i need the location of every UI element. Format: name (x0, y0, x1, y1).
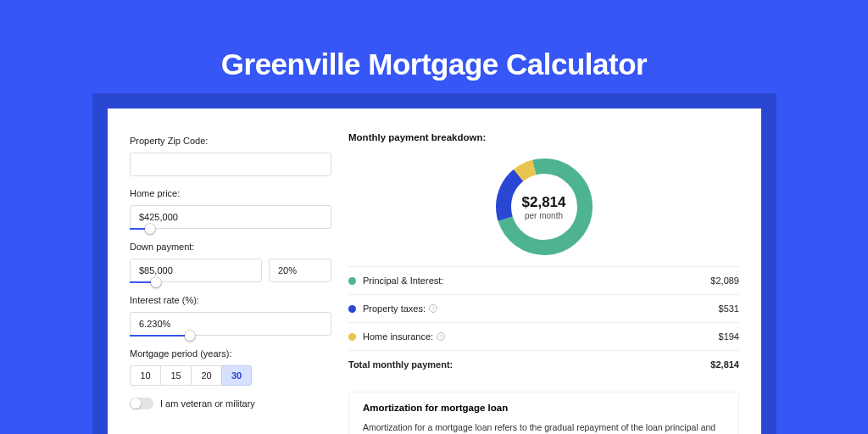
legend: Principal & Interest:$2,089Property taxe… (348, 266, 739, 350)
veteran-label: I am veteran or military (160, 398, 255, 409)
slider-thumb[interactable] (145, 224, 155, 234)
legend-label: Home insurance: (363, 331, 433, 342)
page-title: Greenville Mortgage Calculator (0, 0, 868, 81)
home-price-input[interactable] (130, 205, 331, 229)
home-price-slider[interactable] (130, 228, 331, 230)
amortization-heading: Amortization for mortgage loan (363, 403, 725, 413)
legend-dot (348, 333, 356, 341)
toggle-knob (131, 398, 141, 409)
slider-thumb[interactable] (185, 331, 195, 341)
period-label: Mortgage period (years): (130, 348, 331, 359)
home-price-field: Home price: (130, 188, 331, 230)
total-amount: $2,814 (710, 359, 739, 370)
donut-sub: per month (525, 211, 563, 220)
down-payment-percent-input[interactable] (269, 259, 331, 282)
legend-dot (348, 277, 356, 285)
legend-label: Principal & Interest: (363, 275, 443, 286)
down-payment-label: Down payment: (130, 242, 331, 252)
interest-label: Interest rate (%): (130, 295, 331, 305)
period-field: Mortgage period (years): 10152030 (130, 348, 331, 386)
down-payment-slider[interactable] (130, 281, 262, 283)
interest-field: Interest rate (%): (130, 295, 331, 337)
legend-dot (348, 305, 356, 313)
period-button-15[interactable]: 15 (160, 365, 191, 386)
breakdown-heading: Monthly payment breakdown: (348, 132, 739, 142)
legend-amount: $194 (719, 331, 739, 342)
period-button-10[interactable]: 10 (130, 365, 160, 386)
app-root: Greenville Mortgage Calculator Property … (0, 0, 868, 434)
down-payment-field: Down payment: (130, 242, 331, 283)
legend-row-tax: Property taxes:?$531 (348, 294, 739, 322)
total-row: Total monthly payment: $2,814 (348, 350, 739, 378)
amortization-box: Amortization for mortgage loan Amortizat… (348, 392, 739, 434)
donut-amount: $2,814 (522, 194, 566, 211)
legend-amount: $531 (719, 303, 739, 314)
home-price-label: Home price: (130, 188, 331, 198)
interest-input[interactable] (130, 312, 331, 336)
inputs-column: Property Zip Code: Home price: Down paym… (108, 108, 331, 434)
calculator-panel: Property Zip Code: Home price: Down paym… (108, 108, 761, 434)
zip-input[interactable] (130, 153, 331, 176)
legend-label: Property taxes: (363, 303, 426, 314)
zip-field: Property Zip Code: (130, 136, 331, 176)
donut-wrap: $2,814 per month (348, 142, 739, 266)
period-button-20[interactable]: 20 (191, 365, 221, 386)
veteran-row: I am veteran or military (130, 398, 331, 409)
down-payment-amount-input[interactable] (130, 259, 262, 282)
veteran-toggle[interactable] (130, 398, 153, 409)
period-buttons: 10152030 (130, 365, 331, 386)
period-button-30[interactable]: 30 (221, 365, 252, 386)
donut-center: $2,814 per month (492, 154, 597, 259)
legend-amount: $2,089 (710, 275, 739, 286)
info-icon[interactable]: ? (437, 332, 445, 341)
legend-row-pi: Principal & Interest:$2,089 (348, 266, 739, 294)
info-icon[interactable]: ? (429, 304, 437, 313)
interest-slider[interactable] (130, 335, 331, 337)
amortization-body: Amortization for a mortgage loan refers … (363, 421, 725, 434)
donut-chart: $2,814 per month (492, 154, 597, 259)
zip-label: Property Zip Code: (130, 136, 331, 146)
results-column: Monthly payment breakdown: $2,814 per mo… (331, 108, 761, 434)
legend-row-ins: Home insurance:?$194 (348, 322, 739, 350)
slider-thumb[interactable] (151, 277, 161, 287)
total-label: Total monthly payment: (348, 359, 453, 370)
